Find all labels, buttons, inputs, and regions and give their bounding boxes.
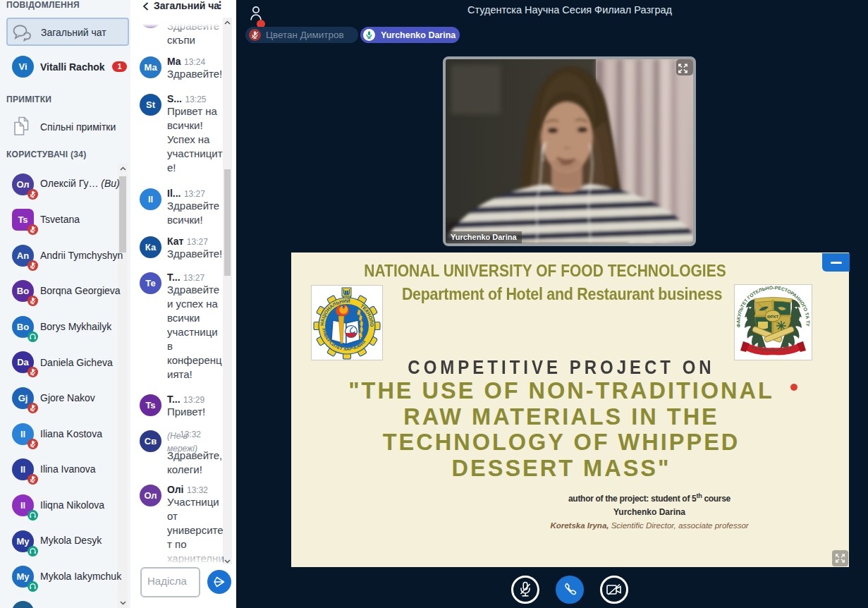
svg-text:ФРХТ: ФРХТ bbox=[767, 315, 779, 319]
